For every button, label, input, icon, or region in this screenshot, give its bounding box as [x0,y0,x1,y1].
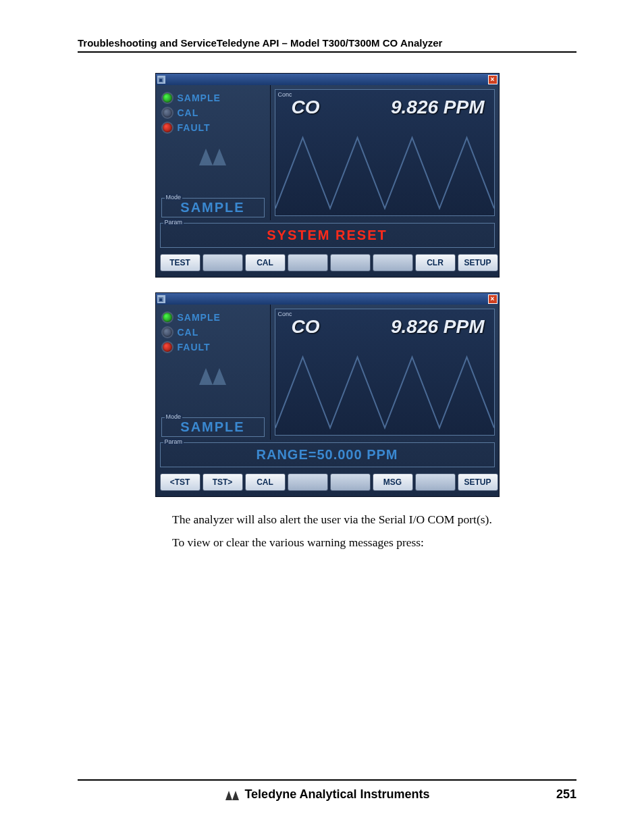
setup-button[interactable]: SETUP [458,254,498,271]
clr-button[interactable]: CLR [415,254,456,271]
concentration-display: Conc CO 9.826 PPM [275,89,495,216]
analyzer-screen-2: ▣ × SAMPLE CAL FAULT [155,292,500,497]
led-fault-icon [161,122,173,134]
msg-button[interactable]: MSG [373,473,413,491]
test-button[interactable]: TEST [160,254,200,271]
page-number: 251 [556,787,576,802]
setup-button[interactable]: SETUP [458,473,498,491]
status-cal: CAL [161,107,265,119]
conc-label: Conc [278,311,292,317]
status-label: FAULT [178,342,211,353]
button-row: <TST TST> CAL MSG SETUP [156,470,499,496]
status-sample: SAMPLE [161,311,265,323]
status-label: SAMPLE [178,93,221,103]
blank-button[interactable] [288,254,328,271]
titlebar: ▣ × [156,74,499,85]
mode-label: Mode [165,413,183,420]
cal-button[interactable]: CAL [245,473,286,491]
status-sample: SAMPLE [161,92,265,104]
param-box: Param SYSTEM RESET [160,223,495,248]
mode-value: SAMPLE [166,419,260,435]
mode-value: SAMPLE [166,200,260,215]
param-box: Param RANGE=50.000 PPM [160,442,495,467]
led-sample-icon [161,311,173,323]
screenshots-container: ▣ × SAMPLE CAL FAULT [78,73,576,497]
blank-button[interactable] [415,473,456,491]
teledyne-logo-icon [196,361,230,388]
body-text: The analyzer will also alert the user vi… [172,511,563,552]
trend-graph-icon [275,343,494,435]
window-icon: ▣ [157,295,165,303]
led-cal-icon [161,107,173,119]
param-value: RANGE=50.000 PPM [165,447,490,463]
page-header: Troubleshooting and ServiceTeledyne API … [78,37,576,53]
next-tst-button[interactable]: TST> [203,473,243,491]
mode-label: Mode [165,194,183,201]
status-label: SAMPLE [178,312,221,323]
status-panel: SAMPLE CAL FAULT Mode SAM [156,85,271,220]
gas-name: CO [292,97,320,118]
teledyne-logo-icon [196,142,230,169]
status-fault: FAULT [161,341,265,353]
close-icon[interactable]: × [488,75,498,84]
concentration-display: Conc CO 9.826 PPM [275,309,495,436]
titlebar: ▣ × [156,293,499,305]
button-row: TEST CAL CLR SETUP [156,251,499,277]
blank-button[interactable] [203,254,243,271]
mode-box: Mode SAMPLE [161,417,265,437]
led-fault-icon [161,341,173,353]
teledyne-footer-logo-icon [224,788,240,802]
concentration-reading: 9.826 PPM [391,97,485,118]
prev-tst-button[interactable]: <TST [160,473,200,491]
analyzer-screen-1: ▣ × SAMPLE CAL FAULT [155,73,500,278]
param-label: Param [163,438,184,445]
page-footer: Teledyne Analytical Instruments 251 [78,779,576,802]
close-icon[interactable]: × [488,294,498,304]
led-cal-icon [161,326,173,338]
status-panel: SAMPLE CAL FAULT Mode SAM [156,305,271,440]
status-label: FAULT [178,122,211,133]
status-label: CAL [178,327,199,338]
blank-button[interactable] [330,254,371,271]
param-value: SYSTEM RESET [165,228,490,243]
trend-graph-icon [275,124,494,215]
blank-button[interactable] [373,254,413,271]
status-label: CAL [178,107,199,118]
blank-button[interactable] [330,473,371,491]
concentration-reading: 9.826 PPM [391,316,485,338]
body-paragraph-1: The analyzer will also alert the user vi… [172,511,563,528]
led-sample-icon [161,92,173,104]
body-paragraph-2: To view or clear the various warning mes… [172,533,563,551]
footer-company: Teledyne Analytical Instruments [244,787,429,802]
mode-box: Mode SAMPLE [161,198,265,217]
status-fault: FAULT [161,122,265,134]
param-label: Param [163,219,184,226]
cal-button[interactable]: CAL [245,254,286,271]
gas-name: CO [292,316,320,338]
blank-button[interactable] [288,473,328,491]
status-cal: CAL [161,326,265,338]
conc-label: Conc [278,91,292,98]
window-icon: ▣ [157,76,165,84]
